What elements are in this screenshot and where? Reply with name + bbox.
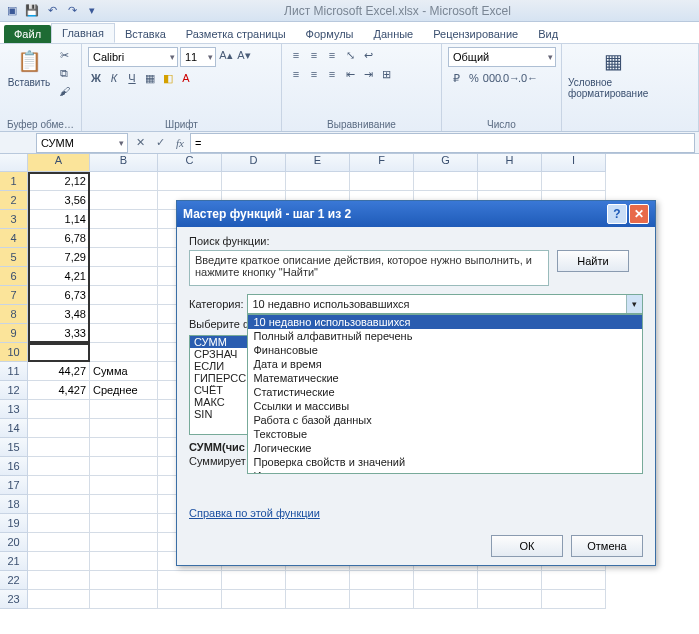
tab-formulas[interactable]: Формулы xyxy=(296,25,364,43)
cell[interactable] xyxy=(90,324,158,343)
cell[interactable] xyxy=(28,590,90,609)
column-header[interactable]: F xyxy=(350,154,414,172)
row-header[interactable]: 20 xyxy=(0,533,28,552)
cell[interactable] xyxy=(90,210,158,229)
cell[interactable]: 7,29 xyxy=(28,248,90,267)
cut-icon[interactable]: ✂ xyxy=(56,47,72,63)
number-format-combo[interactable]: Общий xyxy=(448,47,556,67)
cell[interactable] xyxy=(350,590,414,609)
format-painter-icon[interactable]: 🖌 xyxy=(56,83,72,99)
cell[interactable] xyxy=(90,571,158,590)
conditional-formatting-button[interactable]: ▦ Условное форматирование xyxy=(568,47,658,99)
dropdown-option[interactable]: Математические xyxy=(248,371,642,385)
dropdown-option[interactable]: Статистические xyxy=(248,385,642,399)
cell[interactable] xyxy=(350,172,414,191)
dialog-titlebar[interactable]: Мастер функций - шаг 1 из 2 ? ✕ xyxy=(177,201,655,227)
row-header[interactable]: 3 xyxy=(0,210,28,229)
cell[interactable] xyxy=(350,571,414,590)
row-header[interactable]: 14 xyxy=(0,419,28,438)
percent-icon[interactable]: % xyxy=(466,70,482,86)
cell[interactable] xyxy=(28,457,90,476)
cell[interactable] xyxy=(90,343,158,362)
cell[interactable] xyxy=(158,571,222,590)
row-header[interactable]: 4 xyxy=(0,229,28,248)
row-header[interactable]: 2 xyxy=(0,191,28,210)
shrink-font-icon[interactable]: A▾ xyxy=(236,47,252,63)
tab-home[interactable]: Главная xyxy=(51,23,115,43)
cell[interactable] xyxy=(90,419,158,438)
row-header[interactable]: 9 xyxy=(0,324,28,343)
dropdown-option[interactable]: Работа с базой данных xyxy=(248,413,642,427)
cell[interactable] xyxy=(90,267,158,286)
row-header[interactable]: 19 xyxy=(0,514,28,533)
cell[interactable] xyxy=(28,571,90,590)
align-middle-icon[interactable]: ≡ xyxy=(306,47,322,63)
cell[interactable] xyxy=(286,172,350,191)
row-header[interactable]: 15 xyxy=(0,438,28,457)
cell[interactable] xyxy=(90,552,158,571)
qat-more-icon[interactable]: ▾ xyxy=(84,3,100,19)
cell[interactable] xyxy=(542,590,606,609)
cell[interactable] xyxy=(90,590,158,609)
dropdown-option[interactable]: 10 недавно использовавшихся xyxy=(248,315,642,329)
cell[interactable] xyxy=(90,400,158,419)
close-icon[interactable]: ✕ xyxy=(629,204,649,224)
help-icon[interactable]: ? xyxy=(607,204,627,224)
grow-font-icon[interactable]: A▴ xyxy=(218,47,234,63)
dropdown-option[interactable]: Дата и время xyxy=(248,357,642,371)
dropdown-option[interactable]: Инженерные xyxy=(248,469,642,474)
cell[interactable] xyxy=(478,172,542,191)
row-header[interactable]: 21 xyxy=(0,552,28,571)
align-left-icon[interactable]: ≡ xyxy=(288,66,304,82)
fill-color-icon[interactable]: ◧ xyxy=(160,70,176,86)
currency-icon[interactable]: ₽ xyxy=(448,70,464,86)
cell[interactable] xyxy=(28,533,90,552)
function-item[interactable]: СРЗНАЧ xyxy=(190,348,248,360)
chevron-down-icon[interactable]: ▾ xyxy=(626,295,642,313)
row-header[interactable]: 10 xyxy=(0,343,28,362)
column-header[interactable]: D xyxy=(222,154,286,172)
wrap-text-icon[interactable]: ↩ xyxy=(360,47,376,63)
save-icon[interactable]: 💾 xyxy=(24,3,40,19)
tab-insert[interactable]: Вставка xyxy=(115,25,176,43)
row-header[interactable]: 8 xyxy=(0,305,28,324)
cell[interactable] xyxy=(28,552,90,571)
cell[interactable]: Среднее xyxy=(90,381,158,400)
cell[interactable] xyxy=(28,514,90,533)
function-item[interactable]: СУММ xyxy=(190,336,248,348)
cell[interactable] xyxy=(222,590,286,609)
enter-formula-icon[interactable]: ✓ xyxy=(150,134,170,152)
ok-button[interactable]: ОК xyxy=(491,535,563,557)
tab-view[interactable]: Вид xyxy=(528,25,568,43)
cell[interactable] xyxy=(542,571,606,590)
tab-page-layout[interactable]: Разметка страницы xyxy=(176,25,296,43)
column-header[interactable]: I xyxy=(542,154,606,172)
tab-data[interactable]: Данные xyxy=(363,25,423,43)
function-item[interactable]: СЧЁТ xyxy=(190,384,248,396)
category-dropdown[interactable]: 10 недавно использовавшихсяПолный алфави… xyxy=(247,314,643,474)
column-header[interactable]: A xyxy=(28,154,90,172)
formula-input[interactable]: = xyxy=(190,133,695,153)
cell[interactable] xyxy=(542,172,606,191)
border-icon[interactable]: ▦ xyxy=(142,70,158,86)
column-header[interactable]: G xyxy=(414,154,478,172)
function-item[interactable]: ГИПЕРСС xyxy=(190,372,248,384)
category-combo[interactable]: 10 недавно использовавшихся ▾ 10 недавно… xyxy=(247,294,643,314)
cell[interactable] xyxy=(90,229,158,248)
cell[interactable] xyxy=(90,305,158,324)
cell[interactable] xyxy=(478,571,542,590)
cell[interactable]: 3,56 xyxy=(28,191,90,210)
increase-indent-icon[interactable]: ⇥ xyxy=(360,66,376,82)
column-header[interactable]: C xyxy=(158,154,222,172)
redo-icon[interactable]: ↷ xyxy=(64,3,80,19)
align-top-icon[interactable]: ≡ xyxy=(288,47,304,63)
row-header[interactable]: 7 xyxy=(0,286,28,305)
cell[interactable] xyxy=(414,571,478,590)
cell[interactable] xyxy=(90,172,158,191)
cell[interactable]: 6,73 xyxy=(28,286,90,305)
cell[interactable] xyxy=(222,571,286,590)
cell[interactable] xyxy=(90,191,158,210)
column-header[interactable]: H xyxy=(478,154,542,172)
dropdown-option[interactable]: Проверка свойств и значений xyxy=(248,455,642,469)
comma-icon[interactable]: 000 xyxy=(484,70,500,86)
